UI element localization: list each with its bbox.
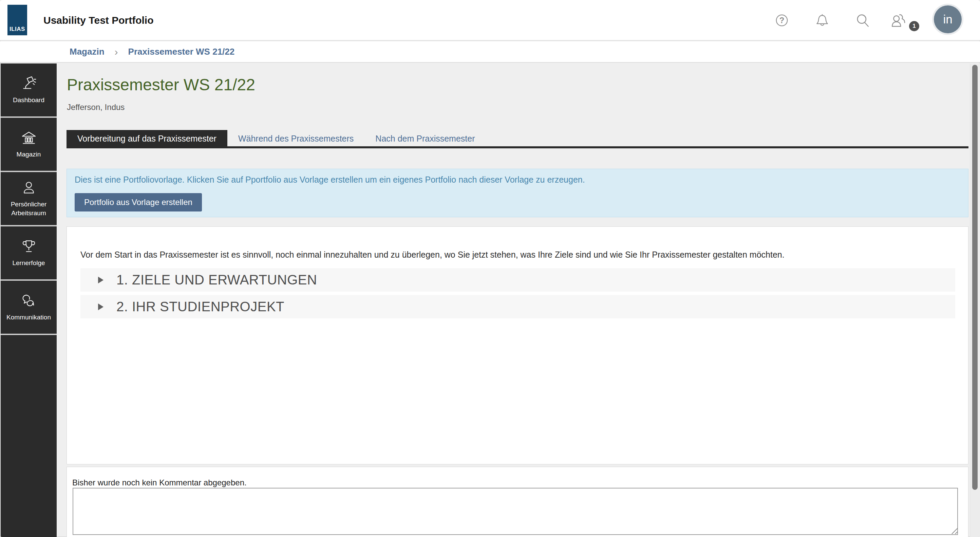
page-context-title: Usability Test Portfolio bbox=[43, 14, 153, 26]
expand-triangle-icon bbox=[98, 277, 103, 284]
who-is-online-icon[interactable] bbox=[890, 11, 908, 29]
online-counter-badge: 1 bbox=[909, 21, 919, 31]
sidebar-item-label: Dashboard bbox=[10, 96, 48, 105]
sidebar-item-label: Lernerfolge bbox=[9, 259, 48, 268]
chevron-right-icon: › bbox=[115, 46, 118, 58]
info-banner: Dies ist eine Portfoliovorlage. Klicken … bbox=[67, 169, 969, 217]
tab-bar: Vorbereitung auf das Praxissemester Währ… bbox=[67, 130, 486, 148]
ilias-logo-label: ILIAS bbox=[10, 26, 25, 33]
ilias-portfolio-page: { "colors": { "logo_bg": "#14466b", "pag… bbox=[0, 0, 980, 537]
create-portfolio-from-template-button[interactable]: Portfolio aus Vorlage erstellen bbox=[75, 193, 202, 212]
search-icon[interactable] bbox=[854, 12, 871, 29]
ilias-logo[interactable]: ILIAS bbox=[8, 5, 27, 35]
sidebar-item-label: Magazin bbox=[13, 150, 45, 159]
accordion-list: 1. ZIELE UND ERWARTUNGEN 2. IHR STUDIENP… bbox=[80, 268, 955, 322]
sidebar-item-magazin[interactable]: Magazin bbox=[1, 118, 57, 171]
sidebar-item-lernerfolge[interactable]: Lernerfolge bbox=[1, 226, 57, 279]
avatar-initials: in bbox=[943, 13, 952, 26]
sidebar-item-label: Kommunikation bbox=[3, 313, 54, 322]
accordion-title: 2. IHR STUDIENPROJEKT bbox=[116, 299, 284, 314]
sidebar-item-persoenlicher-arbeitsraum[interactable]: Persönlicher Arbeitsraum bbox=[1, 172, 57, 225]
scrollbar-track[interactable] bbox=[970, 64, 980, 537]
sidebar-item-label: Persönlicher Arbeitsraum bbox=[1, 200, 57, 217]
accordion-ihr-studienprojekt[interactable]: 2. IHR STUDIENPROJEKT bbox=[80, 295, 955, 319]
tab-vorbereitung[interactable]: Vorbereitung auf das Praxissemester bbox=[67, 130, 228, 148]
sidebar-item-kommunikation[interactable]: Kommunikation bbox=[1, 281, 57, 334]
svg-text:?: ? bbox=[780, 16, 784, 25]
comment-input[interactable] bbox=[73, 488, 958, 535]
accordion-ziele-und-erwartungen[interactable]: 1. ZIELE UND ERWARTUNGEN bbox=[80, 268, 955, 292]
museum-building-icon bbox=[21, 130, 37, 146]
comments-empty-message: Bisher wurde noch kein Kommentar abgegeb… bbox=[72, 478, 247, 488]
speech-bubbles-icon bbox=[21, 293, 37, 309]
tab-waehrend[interactable]: Während des Praxissemesters bbox=[228, 130, 364, 146]
breadcrumb-current-page[interactable]: Praxissemester WS 21/22 bbox=[128, 46, 235, 57]
accordion-title: 1. ZIELE UND ERWARTUNGEN bbox=[116, 272, 317, 287]
notifications-bell-icon[interactable] bbox=[814, 12, 830, 29]
person-icon bbox=[21, 180, 37, 196]
tab-nach[interactable]: Nach dem Praxissemester bbox=[364, 130, 485, 146]
trophy-icon bbox=[21, 238, 37, 255]
comments-panel: Bisher wurde noch kein Kommentar abgegeb… bbox=[67, 467, 969, 537]
desk-lamp-icon bbox=[21, 75, 37, 92]
page-title: Praxissemester WS 21/22 bbox=[67, 75, 255, 94]
help-icon[interactable]: ? bbox=[774, 12, 790, 29]
sidebar-filler bbox=[1, 335, 57, 537]
intro-paragraph: Vor dem Start in das Praxissemester ist … bbox=[80, 250, 956, 260]
breadcrumb: Magazin › Praxissemester WS 21/22 bbox=[0, 41, 980, 63]
page-owner: Jefferson, Indus bbox=[67, 102, 124, 112]
scrollbar-thumb[interactable] bbox=[972, 65, 978, 490]
expand-triangle-icon bbox=[98, 303, 103, 310]
main-sidebar: Dashboard Magazin Persönlicher Arbeitsra… bbox=[1, 64, 57, 537]
top-header: ILIAS Usability Test Portfolio ? 1 in bbox=[0, 0, 980, 41]
info-banner-text: Dies ist eine Portfoliovorlage. Klicken … bbox=[75, 175, 585, 185]
sidebar-item-dashboard[interactable]: Dashboard bbox=[1, 64, 57, 116]
breadcrumb-link-magazin[interactable]: Magazin bbox=[70, 46, 105, 57]
avatar[interactable]: in bbox=[934, 5, 962, 33]
portfolio-page-panel: Vor dem Start in das Praxissemester ist … bbox=[67, 226, 969, 464]
